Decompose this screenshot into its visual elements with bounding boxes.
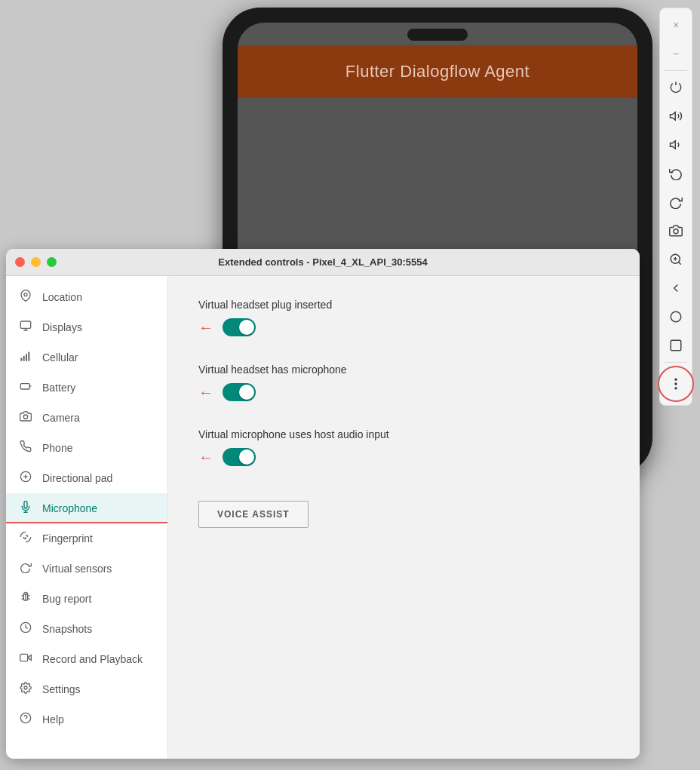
toggle-row-headset-plug: Virtual headset plug inserted ←: [198, 299, 609, 336]
maximize-circle[interactable]: [47, 257, 57, 267]
home-button[interactable]: [662, 303, 689, 330]
toggle-wrapper-3: ←: [198, 448, 609, 466]
record-playback-icon: [18, 652, 33, 667]
sidebar-item-snapshots[interactable]: Snapshots: [6, 614, 167, 644]
title-bar: Extended controls - Pixel_4_XL_API_30:55…: [6, 249, 640, 276]
volume-up-icon: [669, 109, 683, 123]
toggle-wrapper-1: ←: [198, 318, 609, 336]
svg-point-37: [24, 686, 27, 689]
sidebar-label-fingerprint: Fingerprint: [42, 532, 93, 545]
sidebar-item-record-playback[interactable]: Record and Playback: [6, 644, 167, 674]
volume-up-button[interactable]: [662, 103, 689, 130]
cellular-icon: [18, 350, 33, 365]
svg-point-2: [674, 229, 678, 234]
toggle-thumb-1: [239, 320, 254, 335]
svg-rect-20: [20, 384, 29, 389]
recents-icon: [669, 339, 683, 352]
sidebar-label-virtual-sensors: Virtual sensors: [42, 563, 112, 575]
arrow-1: ←: [198, 319, 213, 336]
arrow-3: ←: [198, 449, 213, 466]
directional-pad-icon: [18, 471, 33, 486]
sidebar-item-cellular[interactable]: Cellular: [6, 342, 167, 373]
voice-assist-button[interactable]: VOICE ASSIST: [198, 501, 309, 528]
toggle-thumb-3: [239, 449, 254, 465]
toggle-label-headset-plug: Virtual headset plug inserted: [198, 299, 609, 311]
bug-report-icon: [18, 591, 33, 606]
phone-app-bar: Flutter Dialogflow Agent: [238, 45, 637, 98]
battery-icon: [18, 380, 33, 395]
sidebar-item-displays[interactable]: Displays: [6, 312, 167, 342]
extended-controls-window: Extended controls - Pixel_4_XL_API_30:55…: [6, 249, 640, 759]
power-button[interactable]: [662, 74, 689, 101]
sidebar-label-help: Help: [42, 713, 64, 726]
settings-icon: [18, 682, 33, 697]
rotate-left-button[interactable]: [662, 160, 689, 187]
sidebar-label-location: Location: [42, 291, 82, 303]
sidebar-item-bug-report[interactable]: Bug report: [6, 584, 167, 614]
close-circle[interactable]: [15, 257, 25, 267]
sidebar-item-microphone[interactable]: Microphone: [6, 493, 167, 523]
svg-rect-17: [23, 356, 25, 361]
minimize-button[interactable]: −: [662, 40, 689, 67]
sidebar-label-battery: Battery: [42, 382, 75, 394]
sidebar-item-camera[interactable]: Camera: [6, 403, 167, 433]
sidebar-item-location[interactable]: Location: [6, 282, 167, 312]
phone-icon: [18, 440, 33, 456]
sidebar-label-cellular: Cellular: [42, 351, 78, 364]
camera-sidebar-icon: [18, 410, 33, 425]
microphone-panel: Virtual headset plug inserted ← Virtual …: [168, 276, 640, 759]
zoom-icon: [669, 253, 683, 266]
camera-icon: [669, 224, 683, 238]
sidebar-item-help[interactable]: Help: [6, 704, 167, 735]
phone-app-title: Flutter Dialogflow Agent: [345, 62, 530, 81]
window-title: Extended controls - Pixel_4_XL_API_30:55…: [218, 256, 427, 268]
minimize-circle[interactable]: [31, 257, 41, 267]
ext-body: Location Displays Cellular Battery: [6, 276, 640, 759]
svg-rect-19: [28, 352, 29, 361]
rotate-left-icon: [669, 167, 683, 180]
rotate-right-icon: [669, 195, 683, 209]
toggle-label-headset-microphone: Virtual headset has microphone: [198, 364, 609, 376]
toggle-headset-plug[interactable]: [223, 318, 256, 336]
title-bar-buttons: [15, 257, 57, 267]
sidebar-label-phone: Phone: [42, 442, 72, 454]
more-icon: [668, 376, 683, 391]
toolbar-divider-2: [665, 362, 687, 363]
sidebar-item-virtual-sensors[interactable]: Virtual sensors: [6, 554, 167, 584]
more-button[interactable]: [658, 366, 694, 402]
svg-line-4: [678, 262, 680, 264]
right-toolbar: × −: [659, 8, 692, 406]
volume-down-icon: [669, 138, 683, 152]
zoom-button[interactable]: [662, 246, 689, 273]
fingerprint-icon: [18, 531, 33, 546]
sidebar-item-battery[interactable]: Battery: [6, 373, 167, 403]
svg-point-11: [674, 387, 677, 389]
svg-point-7: [671, 311, 681, 322]
sidebar-item-directional-pad[interactable]: Directional pad: [6, 463, 167, 493]
sidebar-item-settings[interactable]: Settings: [6, 674, 167, 704]
virtual-sensors-icon: [18, 561, 33, 576]
toggle-host-audio[interactable]: [223, 448, 256, 466]
svg-rect-8: [671, 340, 681, 351]
arrow-2: ←: [198, 384, 213, 401]
toggle-wrapper-2: ←: [198, 383, 609, 401]
svg-rect-16: [20, 358, 22, 361]
toggle-thumb-2: [239, 385, 254, 400]
recents-button[interactable]: [662, 332, 689, 359]
screenshot-button[interactable]: [662, 217, 689, 244]
close-button[interactable]: ×: [662, 11, 689, 38]
sidebar-label-directional-pad: Directional pad: [42, 472, 112, 484]
toggle-headset-microphone[interactable]: [223, 383, 256, 401]
sidebar-item-phone[interactable]: Phone: [6, 433, 167, 463]
home-icon: [669, 310, 683, 324]
rotate-right-button[interactable]: [662, 189, 689, 216]
sidebar-label-displays: Displays: [42, 321, 82, 333]
svg-marker-35: [28, 655, 32, 661]
microphone-icon: [18, 501, 33, 516]
volume-down-button[interactable]: [662, 131, 689, 158]
svg-point-9: [674, 379, 677, 381]
back-button[interactable]: [662, 275, 689, 302]
sidebar-label-camera: Camera: [42, 412, 80, 424]
sidebar-item-fingerprint[interactable]: Fingerprint: [6, 523, 167, 554]
sidebar-label-record-playback: Record and Playback: [42, 653, 143, 665]
